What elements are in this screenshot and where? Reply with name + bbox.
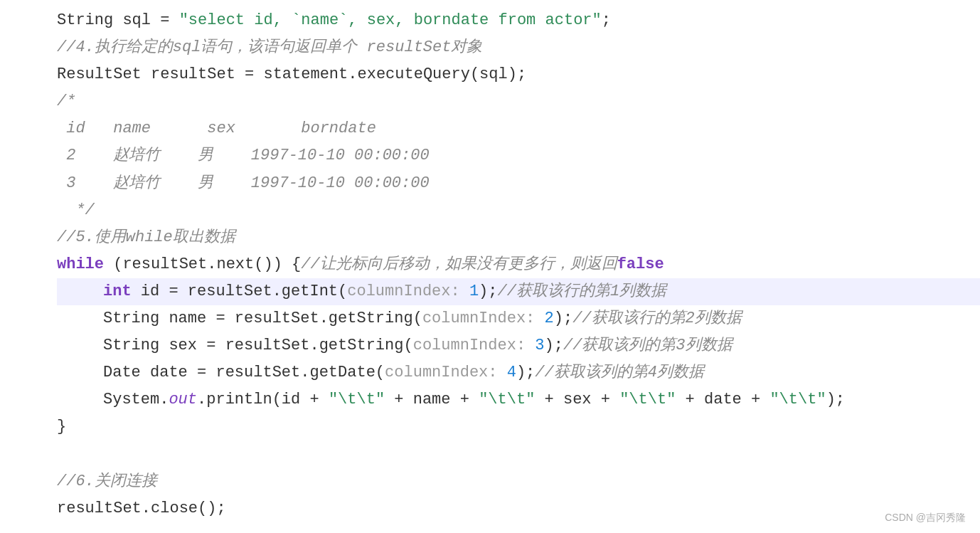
code-token	[498, 364, 507, 381]
code-token: (resultSet.next()) {	[104, 255, 301, 273]
code-token: ;	[602, 11, 611, 29]
code-line-16: }	[57, 413, 980, 440]
code-token	[535, 310, 544, 327]
code-line-3: ResultSet resultSet = statement.executeQ…	[57, 61, 980, 88]
code-token: String	[103, 337, 159, 354]
code-token: //4.执行给定的sql语句，该语句返回单个 resultSet对象	[57, 38, 482, 56]
code-token: ResultSet	[57, 65, 142, 83]
code-line-2: //4.执行给定的sql语句，该语句返回单个 resultSet对象	[57, 34, 980, 61]
code-token: name = resultSet.getString(	[159, 310, 422, 327]
code-token: resultSet.close();	[57, 500, 226, 517]
code-line-12: String name = resultSet.getString(column…	[57, 305, 980, 332]
code-token: false	[617, 255, 664, 273]
code-token	[460, 283, 469, 300]
code-token: .println(id +	[197, 391, 329, 408]
code-token: 3 赵培竹 男 1997-10-10 00:00:00	[57, 174, 430, 192]
code-token: + sex +	[535, 391, 619, 408]
code-token: columnIndex:	[347, 283, 459, 300]
code-line-1: String sql = "select id, `name`, sex, bo…	[57, 7, 980, 34]
code-token: String	[57, 11, 113, 29]
code-token: while	[57, 255, 104, 273]
code-line-11: int id = resultSet.getInt(columnIndex: 1…	[57, 278, 980, 305]
code-token: */	[57, 201, 95, 219]
code-line-9: //5.使用while取出数据	[57, 224, 980, 251]
code-token: 2 赵培竹 男 1997-10-10 00:00:00	[57, 147, 430, 164]
code-line-7: 3 赵培竹 男 1997-10-10 00:00:00	[57, 170, 980, 197]
code-line-18: //6.关闭连接	[57, 468, 980, 495]
code-token: "\t\t"	[619, 391, 676, 408]
code-line-13: String sex = resultSet.getString(columnI…	[57, 332, 980, 359]
code-token: columnIndex:	[385, 364, 497, 381]
code-container: String sql = "select id, `name`, sex, bo…	[0, 0, 980, 533]
code-line-8: */	[57, 197, 980, 224]
code-token: /*	[57, 93, 75, 110]
code-token: );	[516, 364, 535, 381]
code-token: );	[554, 310, 572, 327]
code-token: "select id, `name`, sex, borndate from a…	[179, 11, 602, 29]
code-token: );	[545, 337, 563, 354]
code-token: 4	[507, 364, 516, 381]
code-token: "\t\t"	[769, 391, 826, 408]
code-line-15: System.out.println(id + "\t\t" + name + …	[57, 386, 980, 413]
code-line-19: resultSet.close();	[57, 495, 980, 522]
code-token: sql =	[113, 11, 179, 29]
code-token: date = resultSet.getDate(	[141, 364, 385, 381]
code-token: columnIndex:	[413, 337, 526, 354]
code-line-14: Date date = resultSet.getDate(columnInde…	[57, 359, 980, 386]
code-token: }	[57, 418, 66, 436]
code-line-10: while (resultSet.next()) {//让光标向后移动，如果没有…	[57, 251, 980, 278]
code-token: "\t\t"	[329, 391, 385, 408]
code-token: 1	[469, 283, 479, 300]
code-token: id name sex borndate	[57, 120, 376, 137]
code-token: 3	[535, 337, 544, 354]
code-token: System.	[103, 391, 169, 408]
code-token: String	[103, 310, 159, 327]
code-token: //让光标向后移动，如果没有更多行，则返回	[301, 255, 617, 273]
code-token: //获取该行的第2列数据	[572, 310, 742, 327]
code-token: Date	[103, 364, 141, 381]
code-block: String sql = "select id, `name`, sex, bo…	[0, 0, 980, 529]
code-token: //获取该列的第3列数据	[563, 337, 733, 354]
code-token: int	[103, 283, 132, 300]
code-line-4: /*	[57, 88, 980, 115]
code-token: out	[169, 391, 197, 408]
code-token: //获取该行的第1列数据	[498, 283, 667, 300]
code-token: //5.使用while取出数据	[57, 228, 235, 246]
watermark: CSDN @吉冈秀隆	[885, 510, 966, 526]
code-token: sex = resultSet.getString(	[159, 337, 412, 354]
code-token: columnIndex:	[422, 310, 535, 327]
code-token: + name +	[385, 391, 479, 408]
code-token: //获取该列的第4列数据	[535, 364, 704, 381]
code-token: id = resultSet.getInt(	[132, 283, 348, 300]
code-token: );	[479, 283, 497, 300]
code-token: "\t\t"	[479, 391, 535, 408]
code-token: );	[826, 391, 845, 408]
code-token	[526, 337, 535, 354]
code-token: + date +	[676, 391, 769, 408]
code-line-6: 2 赵培竹 男 1997-10-10 00:00:00	[57, 142, 980, 169]
code-token: //6.关闭连接	[57, 473, 157, 490]
code-token: resultSet = statement.executeQuery(sql);	[142, 65, 526, 83]
code-line-17	[57, 441, 980, 468]
code-line-5: id name sex borndate	[57, 115, 980, 142]
code-token: 2	[545, 310, 554, 327]
